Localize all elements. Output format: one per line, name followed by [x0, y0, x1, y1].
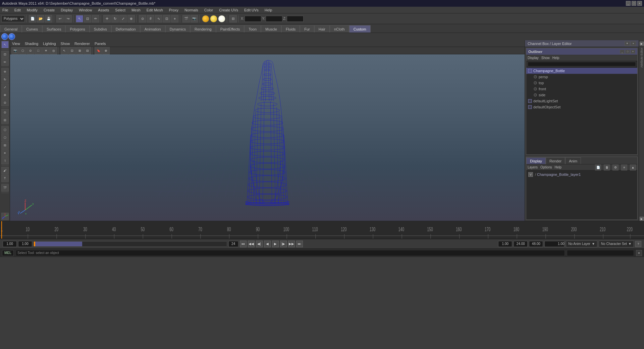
menu-proxy[interactable]: Proxy	[168, 8, 179, 12]
bridge-tool[interactable]: ⌇	[1, 157, 9, 164]
universal-tool-left[interactable]: ⊕	[1, 91, 9, 99]
menu-window[interactable]: Window	[78, 8, 93, 12]
universal-manip-button[interactable]: ⊕	[127, 15, 135, 22]
menu-mesh[interactable]: Mesh	[130, 8, 142, 12]
menu-edit-mesh[interactable]: Edit Mesh	[146, 8, 164, 12]
rotate-tool-button[interactable]: ↻	[111, 15, 119, 22]
attr-strip-btn2[interactable]: ▶	[640, 217, 644, 221]
vp-texture-btn[interactable]: □	[35, 47, 42, 54]
outliner-search-input[interactable]	[528, 62, 636, 66]
light-quality-low-button[interactable]	[202, 15, 209, 22]
maximize-button[interactable]: □	[632, 1, 636, 6]
viewport-menu-view[interactable]: View	[12, 42, 20, 46]
minimize-button[interactable]: _	[626, 1, 631, 6]
outliner-maximize[interactable]: □	[625, 50, 630, 54]
outliner-item-default-object-set[interactable]: defaultObjectSet	[526, 104, 637, 110]
vp-display-btn[interactable]: ◎	[50, 47, 57, 54]
save-scene-button[interactable]: 💾	[45, 15, 52, 22]
anim-end-field[interactable]	[514, 241, 528, 247]
x-coord-input[interactable]	[245, 16, 261, 22]
channel-box-close[interactable]: ×	[631, 41, 636, 46]
append-poly-tool[interactable]: ⬡	[1, 134, 9, 141]
new-scene-button[interactable]: 📄	[29, 15, 36, 22]
layer-tab-display[interactable]: Display	[526, 157, 546, 164]
vp-snap-btn[interactable]: ⊕	[102, 47, 110, 54]
layer-tab-anim[interactable]: Anim	[565, 157, 581, 164]
render-button[interactable]: 🎬	[182, 15, 190, 22]
tab-custom[interactable]: Custom	[349, 25, 371, 33]
menu-normals[interactable]: Normals	[183, 8, 199, 12]
render-icon-left[interactable]: 🎬	[1, 184, 9, 192]
menu-help[interactable]: Help	[264, 8, 273, 12]
split-poly-tool[interactable]: ⊟	[1, 142, 9, 149]
paint-attr-tool[interactable]: 🖌	[1, 167, 9, 174]
next-frame-button[interactable]: ▶▶	[288, 241, 295, 247]
vp-bookmark-btn[interactable]: 🔖	[95, 47, 102, 54]
layer-new-btn[interactable]: 📄	[595, 164, 601, 170]
outliner-item-side[interactable]: side	[526, 92, 637, 98]
mel-indicator[interactable]: MEL	[2, 250, 14, 256]
start-frame-input[interactable]	[3, 241, 17, 247]
paint-select-button[interactable]: ✏	[92, 15, 99, 22]
skip-end-button[interactable]: ⏭	[296, 241, 303, 247]
keys-end-field[interactable]	[529, 241, 543, 247]
tab-polygons[interactable]: Polygons	[65, 25, 89, 33]
layer-menu-help[interactable]: Help	[554, 165, 561, 169]
tab-fur[interactable]: Fur	[300, 25, 314, 33]
3d-text-tool[interactable]: T	[1, 174, 9, 182]
shelf-icon-2[interactable]	[8, 33, 15, 40]
show-manip-tool[interactable]: ⊟	[1, 116, 9, 124]
soft-mod-tool[interactable]: ⊙	[1, 99, 9, 106]
channel-box-options[interactable]: ≡	[625, 41, 630, 46]
menu-create-uvs[interactable]: Create UVs	[218, 8, 239, 12]
light-quality-high-button[interactable]	[218, 15, 225, 22]
tab-hair[interactable]: Hair	[314, 25, 330, 33]
lasso-tool[interactable]: ⊡	[1, 51, 9, 58]
snap-curve-button[interactable]: ∿	[155, 15, 162, 22]
no-anim-layer-dropdown[interactable]: No Anim Layer ▼	[566, 241, 597, 247]
vp-wireframe-btn[interactable]: ⬡	[19, 47, 26, 54]
outliner-close[interactable]: ×	[631, 50, 635, 54]
offset-edge-tool[interactable]: ≡	[1, 149, 9, 157]
tab-toon[interactable]: Toon	[244, 25, 261, 33]
window-controls[interactable]: _ □ ×	[626, 1, 642, 6]
command-input[interactable]: Select Tool: select an object	[16, 250, 565, 256]
animation-range-bar[interactable]	[34, 241, 227, 247]
current-frame-display[interactable]	[18, 241, 32, 247]
viewport-menu-lighting[interactable]: Lighting	[43, 42, 56, 46]
play-forward-button[interactable]: ▶	[272, 241, 279, 247]
vp-light-btn[interactable]: ☀	[42, 47, 50, 54]
vp-cam-btn[interactable]: 📷	[11, 47, 19, 54]
range-end-input[interactable]	[228, 241, 238, 247]
menu-edit[interactable]: Edit	[13, 8, 22, 12]
outliner-item-front[interactable]: front	[526, 86, 637, 92]
timeline-help-button[interactable]: ?	[635, 241, 641, 247]
undo-button[interactable]: ↩	[56, 15, 64, 22]
viewport-menu-shading[interactable]: Shading	[25, 42, 38, 46]
layer-menu-options[interactable]: Options	[540, 165, 552, 169]
scale-tool-left[interactable]: ⤢	[1, 84, 9, 91]
layer-extra-btn[interactable]: ≡	[621, 164, 627, 170]
layer-visibility-btn[interactable]: V	[528, 172, 533, 177]
menu-select[interactable]: Select	[114, 8, 126, 12]
viewport-canvas[interactable]: X Y Z y x	[10, 54, 525, 221]
tab-subdivs[interactable]: Subdivs	[90, 25, 111, 33]
tab-rendering[interactable]: Rendering	[190, 25, 216, 33]
create-poly-tool[interactable]: ⬡	[1, 126, 9, 134]
viewport-menu-show[interactable]: Show	[61, 42, 70, 46]
tab-curves[interactable]: Curves	[22, 25, 42, 33]
vp-smooth-btn[interactable]: ⊙	[27, 47, 34, 54]
prev-frame-button[interactable]: ◀◀	[248, 241, 255, 247]
z-coord-input[interactable]	[287, 16, 304, 22]
menu-color[interactable]: Color	[203, 8, 214, 12]
vp-show-all-btn[interactable]: ⊞	[76, 47, 84, 54]
light-quality-med-button[interactable]	[210, 15, 217, 22]
viewport-menu-panels[interactable]: Panels	[95, 42, 106, 46]
show-manipulator-button[interactable]: ⊟	[229, 15, 237, 22]
outliner-item-default-light-set[interactable]: defaultLightSet	[526, 98, 637, 104]
mode-select[interactable]: Polygons	[1, 15, 25, 22]
move-tool-left[interactable]: ✛	[1, 68, 9, 76]
anim-start-field[interactable]	[498, 241, 512, 247]
outliner-menu-help[interactable]: Help	[552, 56, 559, 60]
viewport-menu-renderer[interactable]: Renderer	[74, 42, 90, 46]
